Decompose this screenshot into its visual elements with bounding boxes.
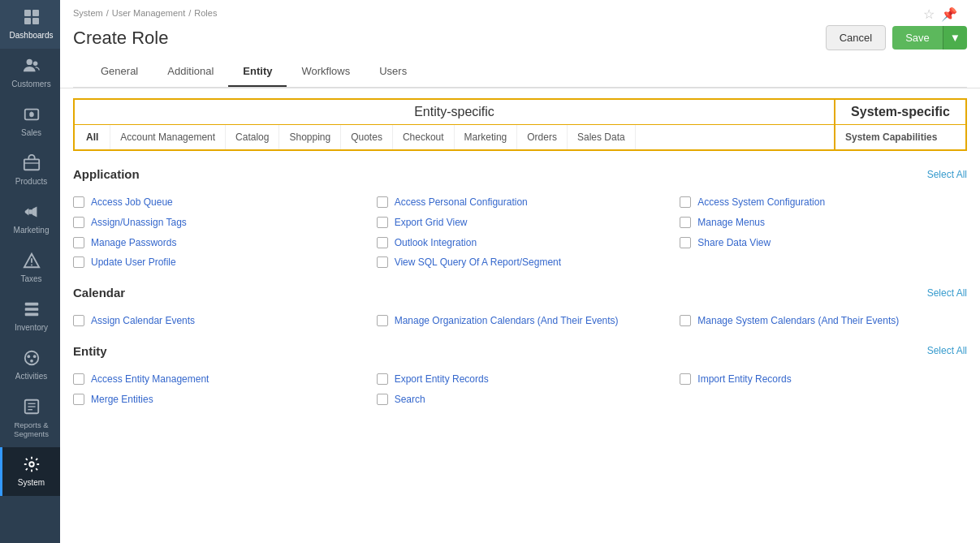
tab-workflows[interactable]: Workflows bbox=[287, 57, 365, 87]
perm-checkbox-import-entity-records[interactable] bbox=[680, 373, 691, 385]
perm-label-access-personal-config[interactable]: Access Personal Configuration bbox=[395, 196, 528, 209]
page-header-row: Create Role Cancel Save ▼ bbox=[73, 25, 967, 57]
svg-rect-3 bbox=[32, 18, 39, 24]
perm-label-export-grid-view[interactable]: Export Grid View bbox=[395, 216, 468, 230]
category-tab-shopping[interactable]: Shopping bbox=[279, 125, 341, 149]
application-select-all[interactable]: Select All bbox=[927, 169, 967, 180]
perm-checkbox-access-job-queue[interactable] bbox=[73, 196, 84, 208]
products-icon bbox=[23, 154, 41, 175]
svg-point-4 bbox=[26, 59, 32, 65]
perm-checkbox-access-system-config[interactable] bbox=[680, 196, 691, 208]
header-pin-area: ☆ 📌 bbox=[923, 6, 957, 22]
save-button[interactable]: Save bbox=[892, 26, 943, 50]
perm-checkbox-view-sql-query[interactable] bbox=[377, 256, 388, 268]
perm-item-import-entity-records: Import Entity Records bbox=[680, 373, 967, 386]
perm-checkbox-outlook-integration[interactable] bbox=[377, 237, 388, 248]
star-icon[interactable]: ☆ bbox=[923, 6, 935, 22]
perm-checkbox-access-personal-config[interactable] bbox=[377, 196, 388, 208]
category-tab-catalog[interactable]: Catalog bbox=[226, 125, 279, 149]
tab-users[interactable]: Users bbox=[365, 57, 421, 87]
svg-rect-15 bbox=[24, 303, 38, 306]
category-tab-quotes[interactable]: Quotes bbox=[341, 125, 393, 149]
sidebar-item-dashboards[interactable]: Dashboards bbox=[0, 0, 60, 49]
sidebar-item-system[interactable]: System bbox=[0, 447, 60, 496]
tab-additional[interactable]: Additional bbox=[153, 57, 228, 87]
perm-checkbox-merge-entities[interactable] bbox=[73, 394, 84, 405]
perm-checkbox-manage-org-calendars[interactable] bbox=[377, 315, 388, 326]
perm-label-manage-org-calendars[interactable]: Manage Organization Calendars (And Their… bbox=[395, 314, 619, 328]
calendar-select-all[interactable]: Select All bbox=[927, 287, 967, 299]
content-area: Entity-specific All Account Management C… bbox=[60, 88, 980, 543]
category-tab-sales-data[interactable]: Sales Data bbox=[568, 125, 636, 149]
perm-label-import-entity-records[interactable]: Import Entity Records bbox=[697, 373, 791, 386]
perm-checkbox-export-entity-records[interactable] bbox=[377, 373, 388, 385]
sidebar-item-taxes[interactable]: Taxes bbox=[0, 243, 60, 292]
category-tabs-wrapper: Entity-specific All Account Management C… bbox=[73, 98, 967, 151]
system-capabilities-tab[interactable]: System Capabilities bbox=[835, 125, 965, 149]
perm-checkbox-manage-menus[interactable] bbox=[680, 217, 691, 228]
sidebar-item-products[interactable]: Products bbox=[0, 146, 60, 195]
perm-checkbox-assign-unassign-tags[interactable] bbox=[73, 217, 84, 228]
perm-item-search: Search bbox=[377, 393, 664, 407]
perm-label-access-entity-mgmt[interactable]: Access Entity Management bbox=[91, 373, 209, 386]
sidebar-item-activities[interactable]: Activities bbox=[0, 341, 60, 390]
perm-label-merge-entities[interactable]: Merge Entities bbox=[91, 393, 153, 407]
category-tab-all[interactable]: All bbox=[75, 125, 110, 149]
entity-section-title: Entity bbox=[73, 344, 107, 358]
sidebar-item-inventory[interactable]: Inventory bbox=[0, 292, 60, 341]
perm-checkbox-export-grid-view[interactable] bbox=[377, 217, 388, 228]
perm-checkbox-manage-system-calendars[interactable] bbox=[680, 315, 691, 326]
sidebar-item-sales[interactable]: $ Sales bbox=[0, 97, 60, 146]
perm-item-update-user-profile: Update User Profile bbox=[73, 256, 360, 269]
perm-label-manage-passwords[interactable]: Manage Passwords bbox=[91, 236, 176, 250]
pin-icon[interactable]: 📌 bbox=[941, 6, 957, 22]
perm-checkbox-access-entity-mgmt[interactable] bbox=[73, 373, 84, 385]
perm-label-manage-system-calendars[interactable]: Manage System Calendars (And Their Event… bbox=[697, 314, 899, 328]
perm-label-manage-menus[interactable]: Manage Menus bbox=[697, 216, 765, 230]
customers-icon bbox=[23, 57, 41, 77]
perm-checkbox-update-user-profile[interactable] bbox=[73, 256, 84, 268]
perm-checkbox-manage-passwords[interactable] bbox=[73, 237, 84, 248]
perm-checkbox-search[interactable] bbox=[377, 394, 388, 405]
perm-label-share-data-view[interactable]: Share Data View bbox=[697, 236, 771, 250]
tab-entity[interactable]: Entity bbox=[228, 57, 287, 87]
perm-label-assign-calendar-events[interactable]: Assign Calendar Events bbox=[91, 314, 195, 328]
top-header: System / User Management / Roles ☆ 📌 Cre… bbox=[60, 0, 980, 88]
perm-label-access-job-queue[interactable]: Access Job Queue bbox=[91, 196, 173, 209]
role-tabs: General Additional Entity Workflows User… bbox=[73, 57, 967, 88]
perm-label-access-system-config[interactable]: Access System Configuration bbox=[697, 196, 825, 209]
cancel-button[interactable]: Cancel bbox=[826, 25, 886, 50]
entity-specific-header: Entity-specific bbox=[75, 100, 834, 125]
category-tab-account-mgmt[interactable]: Account Management bbox=[110, 125, 226, 149]
sidebar-item-marketing-label: Marketing bbox=[14, 226, 50, 235]
system-specific-section: System-specific System Capabilities bbox=[835, 100, 965, 149]
sidebar-item-activities-label: Activities bbox=[15, 372, 47, 381]
application-section: Application Select All Access Job Queue … bbox=[73, 167, 967, 269]
entity-permission-grid: Access Entity Management Export Entity R… bbox=[73, 373, 967, 407]
reports-icon bbox=[23, 398, 41, 418]
perm-label-update-user-profile[interactable]: Update User Profile bbox=[91, 256, 176, 269]
perm-item-manage-system-calendars: Manage System Calendars (And Their Event… bbox=[680, 314, 967, 328]
perm-label-view-sql-query[interactable]: View SQL Query Of A Report/Segment bbox=[395, 256, 561, 269]
sidebar-item-inventory-label: Inventory bbox=[15, 323, 48, 333]
sidebar-item-customers[interactable]: Customers bbox=[0, 49, 60, 97]
perm-checkbox-share-data-view[interactable] bbox=[680, 237, 691, 248]
category-tab-marketing[interactable]: Marketing bbox=[455, 125, 518, 149]
category-tab-orders[interactable]: Orders bbox=[517, 125, 568, 149]
perm-label-assign-unassign-tags[interactable]: Assign/Unassign Tags bbox=[91, 216, 187, 230]
sidebar-item-customers-label: Customers bbox=[11, 80, 50, 89]
category-tab-checkout[interactable]: Checkout bbox=[393, 125, 455, 149]
sidebar-item-reports[interactable]: Reports &Segments bbox=[0, 390, 60, 447]
save-dropdown-button[interactable]: ▼ bbox=[943, 26, 967, 50]
sidebar-item-marketing[interactable]: Marketing bbox=[0, 195, 60, 243]
tab-general[interactable]: General bbox=[86, 57, 153, 87]
calendar-permission-grid: Assign Calendar Events Manage Organizati… bbox=[73, 314, 967, 328]
perm-label-outlook-integration[interactable]: Outlook Integration bbox=[395, 236, 477, 250]
perm-label-export-entity-records[interactable]: Export Entity Records bbox=[395, 373, 489, 386]
taxes-icon bbox=[23, 252, 41, 272]
entity-select-all[interactable]: Select All bbox=[927, 345, 967, 356]
perm-item-export-grid-view: Export Grid View bbox=[377, 216, 664, 230]
svg-point-20 bbox=[32, 355, 36, 358]
perm-checkbox-assign-calendar-events[interactable] bbox=[73, 315, 84, 326]
perm-label-search[interactable]: Search bbox=[395, 393, 425, 407]
